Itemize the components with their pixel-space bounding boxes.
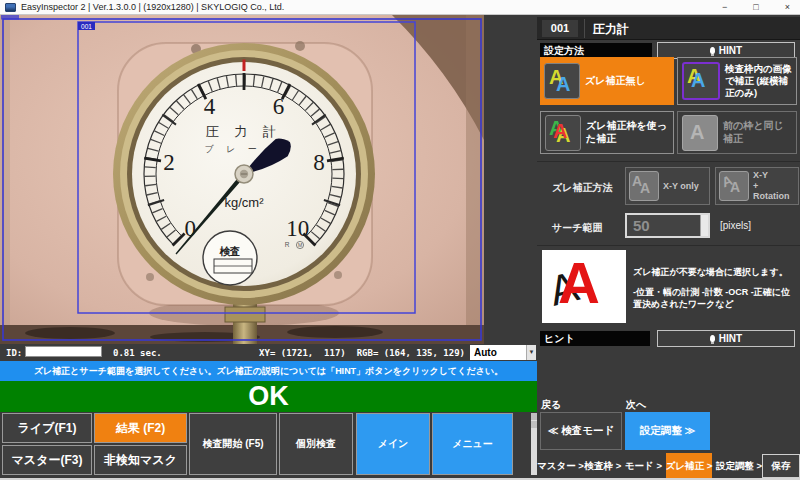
letter-a-color-icon: AAA (545, 115, 581, 151)
svg-text:4: 4 (204, 94, 216, 119)
method-xy-only-button[interactable]: AA X-Y only (625, 167, 710, 205)
live-button[interactable]: ライブ(F1) (2, 413, 92, 443)
result-button[interactable]: 結果 (F2) (94, 413, 187, 443)
svg-text:10: 10 (286, 216, 309, 241)
mode-dropdown[interactable]: Auto ▼ (470, 345, 536, 360)
non-detect-mask-button[interactable]: 非検知マスク (94, 445, 187, 475)
frame-name: 圧力計 (593, 21, 629, 38)
method-label: X-Y only (663, 181, 699, 191)
hint-button-label: HINT (719, 45, 742, 56)
gauge-mark-r: R (285, 241, 290, 248)
option-label: ズレ補正無し (585, 75, 646, 88)
preview-letter-red: A (558, 254, 600, 312)
option-correct-in-frame[interactable]: AA 検査枠内の画像で補正 (縦横補正のみ) (677, 57, 797, 105)
option-label: 前の枠と同じ補正 (723, 120, 792, 145)
letter-a-overlay-icon: AA (544, 63, 580, 99)
option-label: 検査枠内の画像で補正 (縦横補正のみ) (725, 63, 792, 99)
result-status-bar: OK (0, 381, 537, 412)
lightbulb-icon (710, 335, 715, 342)
inspection-sticker: 検査 (203, 231, 257, 285)
svg-text:8: 8 (313, 150, 325, 175)
minimize-icon[interactable]: − (722, 0, 727, 15)
main-button[interactable]: メイン (356, 413, 430, 475)
title-bar: EasyInspector 2 | Ver.1.3.0.0 | (1920x12… (0, 0, 800, 15)
close-icon[interactable]: × (785, 0, 790, 15)
status-bar: ID: 0.81 sec. XY= (1721, 117) RGB= (164,… (0, 344, 537, 361)
svg-text:2: 2 (163, 150, 175, 175)
letter-a-gray-icon: A (682, 115, 718, 151)
letter-a-move-icon: AA (629, 171, 659, 201)
correction-preview-image: A A (542, 250, 626, 323)
description-line1: ズレ補正が不要な場合に選択します。 (633, 267, 796, 279)
camera-image: 0 2 4 6 8 10 圧 力 計 ブ レ ー キ kg/cm² 検査 (0, 15, 484, 344)
search-range-input[interactable]: 50 (625, 213, 710, 238)
app-icon (5, 3, 16, 12)
panel-header: 001 圧力計 (537, 17, 800, 40)
nav-mode[interactable]: モード > (625, 460, 662, 473)
maximize-icon[interactable]: □ (753, 0, 758, 15)
pressure-gauge: 0 2 4 6 8 10 圧 力 計 ブ レ ー キ kg/cm² 検査 (113, 43, 375, 305)
hint-button-2[interactable]: HINT (657, 330, 795, 347)
inspection-frame-badge-text: 001 (81, 23, 92, 30)
setting-adjust-button[interactable]: 設定調整 ≫ (625, 412, 710, 450)
svg-text:6: 6 (273, 94, 285, 119)
left-region: 0 2 4 6 8 10 圧 力 計 ブ レ ー キ kg/cm² 検査 (0, 15, 537, 480)
search-range-label: サーチ範囲 (552, 221, 602, 235)
cycle-time: 0.81 sec. (113, 348, 162, 358)
id-input[interactable] (25, 346, 102, 357)
id-label: ID: (6, 348, 22, 358)
option-label: ズレ補正枠を使った補正 (586, 120, 669, 145)
search-range-value: 50 (633, 217, 650, 234)
guidance-message-bar: ズレ補正とサーチ範囲を選択してください。ズレ補正の説明については「HINT」ボタ… (0, 361, 537, 381)
easyinspector-window: EasyInspector 2 | Ver.1.3.0.0 | (1920x12… (0, 0, 800, 480)
letter-a-rotate-icon: AA (719, 171, 749, 201)
bottom-button-bar: ライブ(F1) 結果 (F2) マスター(F3) 非検知マスク 検査開始 (F5… (0, 412, 537, 478)
option-correction-frame[interactable]: AAA ズレ補正枠を使った補正 (540, 111, 674, 154)
hint-button-label: HINT (719, 333, 742, 344)
gauge-dial-title: 圧 力 計 (206, 124, 282, 139)
description-line2: -位置・幅の計測 -計数 -OCR -正確に位置決めされたワークなど (633, 287, 796, 310)
window-title: EasyInspector 2 | Ver.1.3.0.0 | (1920x12… (21, 2, 284, 12)
method-xy-rotation-button[interactable]: AA X-Y + Rotation (715, 167, 799, 205)
nav-inspection-frame[interactable]: 検査枠 > (583, 460, 623, 473)
master-button[interactable]: マスター(F3) (2, 445, 92, 475)
breadcrumb-nav: マスター > 検査枠 > モード > ズレ補正 > 設定調整 > 保存 (537, 453, 800, 479)
gauge-mark-m: M (298, 242, 302, 248)
frame-number: 001 (542, 20, 578, 37)
spinner-handle[interactable] (700, 215, 708, 236)
cursor-coordinates: XY= (1721, 117) RGB= (164, 135, 129) (259, 348, 465, 358)
section-label: 設定方法 (540, 43, 652, 58)
nav-master[interactable]: マスター > (537, 460, 581, 473)
gauge-unit: kg/cm² (225, 195, 265, 210)
mode-dropdown-value: Auto (474, 347, 497, 358)
svg-text:検査: 検査 (219, 245, 241, 257)
save-button[interactable]: 保存 (762, 454, 800, 478)
menu-button[interactable]: メニュー (432, 413, 513, 475)
nav-displacement-correction[interactable]: ズレ補正 > (666, 453, 712, 479)
back-label: 戻る (541, 398, 561, 412)
lightbulb-icon (710, 47, 715, 54)
inspection-mode-button[interactable]: ≪ 検査モード (540, 412, 622, 450)
start-inspection-button[interactable]: 検査開始 (F5) (189, 413, 277, 475)
method-label: X-Y + Rotation (753, 170, 790, 201)
correction-method-label: ズレ補正方法 (552, 181, 612, 195)
letter-a-frame-icon: AA (682, 62, 720, 100)
hint-section-label: ヒント (540, 331, 650, 346)
settings-panel: 001 圧力計 設定方法 HINT AA ズレ補正無し AA 検査枠内の画像で補… (537, 15, 800, 480)
nav-setting-adjust[interactable]: 設定調整 > (716, 460, 760, 473)
option-no-correction[interactable]: AA ズレ補正無し (540, 57, 674, 105)
search-range-unit: [pixels] (720, 220, 751, 231)
next-label: 次へ (626, 398, 646, 412)
chevron-down-icon[interactable]: ▼ (526, 345, 536, 360)
individual-inspection-button[interactable]: 個別検査 (279, 413, 353, 475)
option-same-as-previous[interactable]: A 前の枠と同じ補正 (677, 111, 797, 154)
